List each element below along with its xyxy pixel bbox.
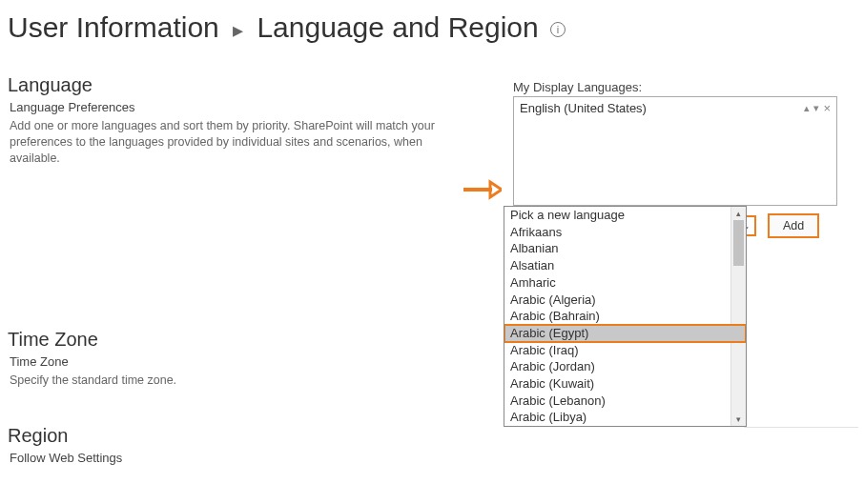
- scroll-up-icon[interactable]: ▴: [731, 207, 746, 220]
- scroll-thumb[interactable]: [733, 220, 744, 266]
- dropdown-option[interactable]: Afrikaans: [504, 224, 746, 241]
- info-icon[interactable]: i: [550, 22, 566, 37]
- divider: [744, 427, 858, 428]
- dropdown-option[interactable]: Albanian: [504, 240, 746, 257]
- dropdown-option[interactable]: Amharic: [504, 274, 746, 292]
- dropdown-option[interactable]: Arabic (Iraq): [504, 342, 746, 359]
- timezone-heading: Time Zone: [8, 329, 504, 351]
- dropdown-option[interactable]: Pick a new language: [504, 207, 746, 224]
- breadcrumb-current: Language and Region: [257, 11, 538, 43]
- dropdown-option[interactable]: Arabic (Kuwait): [504, 375, 746, 393]
- display-languages-label: My Display Languages:: [513, 80, 856, 94]
- timezone-subheading: Time Zone: [10, 354, 504, 369]
- selected-language-text: English (United States): [520, 101, 647, 115]
- display-languages-listbox[interactable]: English (United States) ▴ ▾ ×: [513, 96, 837, 206]
- language-heading: Language: [8, 74, 504, 96]
- region-heading: Region: [8, 425, 504, 447]
- language-description: Add one or more languages and sort them …: [10, 118, 458, 167]
- breadcrumb: User Information ▸ Language and Region i: [0, 0, 864, 50]
- dropdown-option[interactable]: Arabic (Egypt): [504, 325, 746, 342]
- language-preferences-subheading: Language Preferences: [10, 100, 504, 114]
- dropdown-option[interactable]: Arabic (Bahrain): [504, 308, 746, 325]
- scroll-down-icon[interactable]: ▾: [731, 413, 746, 426]
- breadcrumb-separator-icon: ▸: [233, 18, 243, 42]
- move-down-icon[interactable]: ▾: [813, 102, 819, 114]
- dropdown-option[interactable]: Alsatian: [504, 257, 746, 274]
- move-up-icon[interactable]: ▴: [804, 102, 810, 114]
- list-item[interactable]: English (United States) ▴ ▾ ×: [520, 101, 831, 115]
- dropdown-scrollbar[interactable]: ▴ ▾: [730, 207, 746, 426]
- dropdown-option[interactable]: Arabic (Libya): [504, 409, 746, 426]
- remove-icon[interactable]: ×: [823, 101, 831, 115]
- add-button[interactable]: Add: [768, 213, 819, 238]
- breadcrumb-parent[interactable]: User Information: [8, 11, 219, 43]
- dropdown-option[interactable]: Arabic (Algeria): [504, 292, 746, 309]
- region-subheading: Follow Web Settings: [10, 451, 504, 465]
- timezone-description: Specify the standard time zone.: [10, 373, 458, 389]
- language-picker-dropdown[interactable]: Pick a new languageAfrikaansAlbanianAlsa…: [504, 206, 747, 427]
- dropdown-option[interactable]: Arabic (Lebanon): [504, 393, 746, 410]
- callout-arrow-icon: [462, 179, 502, 200]
- dropdown-option[interactable]: Arabic (Jordan): [504, 358, 746, 375]
